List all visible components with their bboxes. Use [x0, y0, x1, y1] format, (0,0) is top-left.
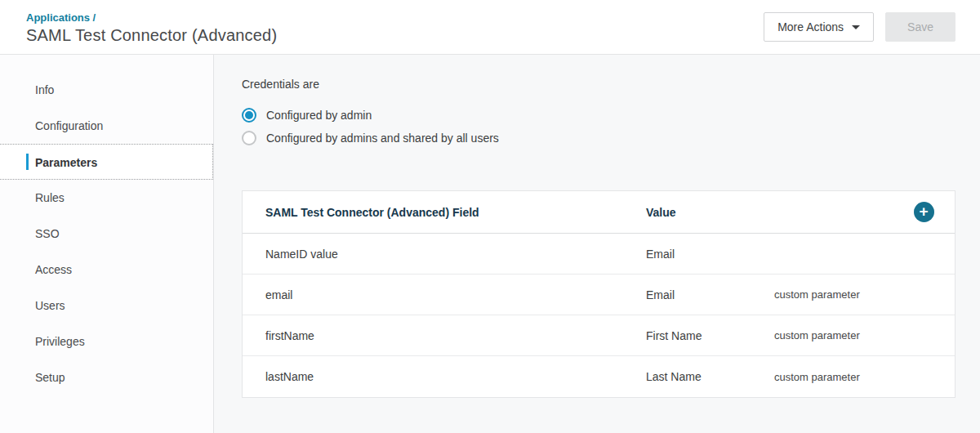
- sidebar-item-privileges[interactable]: Privileges: [0, 324, 213, 359]
- sidebar-item-label: Users: [35, 299, 65, 312]
- table-row[interactable]: NameID value Email: [243, 234, 955, 275]
- sidebar-item-setup[interactable]: Setup: [0, 359, 213, 395]
- app-header: Applications / SAML Test Connector (Adva…: [0, 0, 980, 55]
- sidebar-item-info[interactable]: Info: [0, 72, 213, 108]
- tag-cell: custom parameter: [751, 329, 899, 341]
- value-cell: Last Name: [623, 370, 751, 383]
- field-cell: lastName: [243, 370, 623, 383]
- radio-label: Configured by admin: [266, 109, 372, 122]
- radio-input[interactable]: [242, 131, 256, 145]
- caret-down-icon: [852, 25, 860, 29]
- credentials-label: Credentials are: [242, 78, 956, 91]
- value-cell: Email: [623, 248, 751, 261]
- table-row[interactable]: email Email custom parameter: [243, 275, 955, 315]
- parameters-table: SAML Test Connector (Advanced) Field Val…: [242, 190, 956, 398]
- sidebar-item-label: Setup: [35, 371, 65, 384]
- sidebar-item-label: Info: [35, 83, 54, 96]
- add-parameter-button[interactable]: +: [914, 202, 934, 222]
- radio-option-configured-shared[interactable]: Configured by admins and shared by all u…: [242, 127, 956, 150]
- table-header-row: SAML Test Connector (Advanced) Field Val…: [243, 191, 955, 234]
- page-title: SAML Test Connector (Advanced): [26, 26, 277, 45]
- tag-cell: custom parameter: [751, 371, 899, 383]
- field-cell: email: [243, 288, 623, 301]
- sidebar-item-label: Parameters: [35, 156, 97, 169]
- breadcrumb[interactable]: Applications /: [26, 11, 277, 24]
- column-header-field: SAML Test Connector (Advanced) Field: [243, 206, 623, 219]
- sidebar-item-rules[interactable]: Rules: [0, 180, 213, 216]
- radio-input[interactable]: [242, 108, 256, 123]
- active-indicator-bar: [26, 154, 29, 170]
- plus-icon: +: [919, 203, 928, 219]
- value-cell: First Name: [623, 329, 751, 342]
- column-header-value: Value: [623, 206, 751, 219]
- table-row[interactable]: lastName Last Name custom parameter: [243, 356, 955, 397]
- sidebar-item-label: SSO: [35, 227, 60, 240]
- tag-cell: custom parameter: [751, 288, 899, 301]
- more-actions-button[interactable]: More Actions: [764, 12, 874, 42]
- sidebar-item-label: Configuration: [35, 119, 103, 132]
- sidebar-item-users[interactable]: Users: [0, 288, 213, 324]
- sidebar-item-sso[interactable]: SSO: [0, 216, 213, 252]
- sidebar-item-label: Access: [35, 263, 72, 276]
- field-cell: NameID value: [243, 248, 623, 261]
- sidebar-item-configuration[interactable]: Configuration: [0, 108, 213, 144]
- sidebar-item-access[interactable]: Access: [0, 252, 213, 288]
- main-content: Credentials are Configured by admin Conf…: [214, 55, 980, 433]
- sidebar-item-parameters[interactable]: Parameters: [0, 144, 213, 180]
- save-label: Save: [907, 20, 933, 33]
- field-cell: firstName: [243, 329, 623, 342]
- table-row[interactable]: firstName First Name custom parameter: [243, 315, 955, 356]
- sidebar-item-label: Rules: [35, 191, 65, 204]
- save-button[interactable]: Save: [885, 12, 956, 42]
- value-cell: Email: [623, 288, 751, 301]
- radio-label: Configured by admins and shared by all u…: [266, 132, 499, 145]
- radio-option-configured-by-admin[interactable]: Configured by admin: [242, 104, 956, 127]
- app-nav-sidebar: Info Configuration Parameters Rules SSO …: [0, 55, 214, 433]
- sidebar-item-label: Privileges: [35, 335, 85, 348]
- more-actions-label: More Actions: [777, 20, 844, 33]
